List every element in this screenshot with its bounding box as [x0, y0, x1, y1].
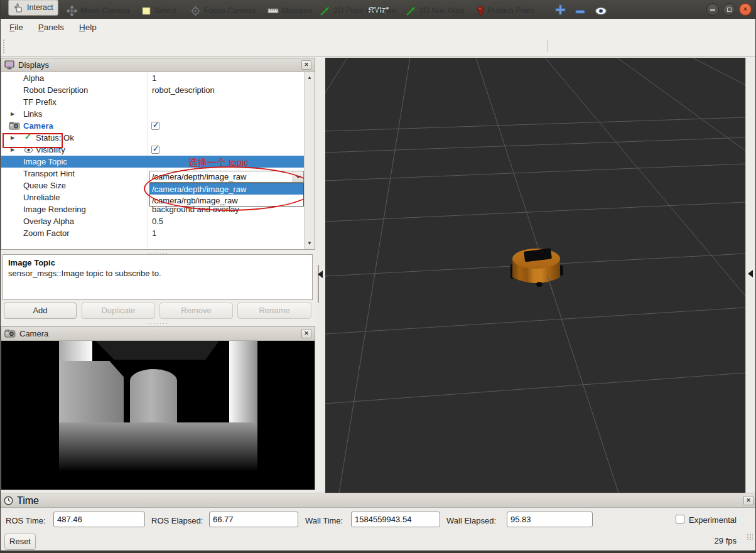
description-text: sensor_msgs::Image topic to subscribe to…	[8, 269, 307, 278]
ros-time-input[interactable]: 487.46	[53, 512, 145, 527]
scroll-up-icon[interactable]	[305, 73, 315, 83]
menu-panels[interactable]: Panels	[32, 20, 70, 35]
camera-depth-image	[1, 341, 315, 490]
depth-right-column	[229, 341, 257, 422]
tree-row-visibility[interactable]: Visibility	[1, 144, 304, 156]
tool-zoom-in[interactable]	[554, 1, 566, 18]
camera-enabled-checkbox[interactable]	[151, 122, 159, 130]
toolbar-drag-handle[interactable]	[3, 39, 5, 54]
camera-panel: Camera	[1, 326, 315, 490]
wall-elapsed-label: Wall Elapsed:	[446, 516, 496, 525]
tool-interact[interactable]: Interact	[8, 0, 58, 16]
wall-elapsed-input[interactable]: 95.83	[507, 512, 593, 527]
clock-icon	[4, 496, 13, 505]
row-label: Unreliable	[23, 193, 60, 202]
expander-icon[interactable]	[11, 111, 14, 117]
time-close-button[interactable]	[743, 496, 753, 505]
maximize-icon	[727, 8, 732, 12]
scroll-down-icon[interactable]	[305, 239, 315, 249]
tree-row-robot-description[interactable]: Robot Description robot_description	[1, 84, 304, 96]
collapse-left-arrow-icon[interactable]	[318, 271, 323, 278]
collapse-right-arrow-icon[interactable]	[748, 270, 753, 277]
camera-icon	[4, 330, 16, 338]
minus-icon	[575, 9, 586, 15]
rename-button[interactable]: Rename	[237, 303, 311, 319]
map-pin-icon	[477, 6, 485, 16]
displays-tree: Alpha 1 Robot Description robot_descript…	[1, 72, 304, 249]
displays-panel-header[interactable]: Displays	[1, 58, 315, 72]
camera-icon	[9, 122, 20, 130]
row-value[interactable]: 0.5	[152, 217, 163, 226]
tool-label: Measure	[282, 6, 313, 15]
minimize-icon	[710, 9, 715, 11]
camera-panel-header[interactable]: Camera	[1, 327, 315, 341]
rviz-window: RViz* × File Panels Help Interact	[0, 0, 756, 553]
resize-grip[interactable]	[747, 534, 753, 540]
tree-row-zoom-factor[interactable]: Zoom Factor 1	[1, 227, 304, 239]
wall-time-label: Wall Time:	[305, 516, 343, 525]
menu-help[interactable]: Help	[73, 20, 103, 35]
dropdown-option-rgb[interactable]: /camera/rgb/image_raw	[150, 195, 303, 206]
render-viewport-3d[interactable]	[325, 58, 745, 493]
menu-file[interactable]: File	[3, 20, 30, 35]
time-panel-header[interactable]: Time	[1, 494, 756, 508]
property-description-box: Image Topic sensor_msgs::Image topic to …	[3, 254, 313, 300]
depth-far-wall	[95, 341, 219, 360]
depth-cylinder	[130, 369, 177, 422]
expander-icon[interactable]	[11, 147, 14, 153]
tree-row-camera[interactable]: Camera	[1, 120, 304, 132]
dropdown-option-depth[interactable]: /camera/depth/image_raw	[150, 183, 303, 195]
displays-close-button[interactable]	[301, 60, 311, 70]
displays-panel: Displays Alpha 1 Robot Description robot…	[1, 58, 315, 250]
maximize-button[interactable]	[723, 3, 735, 16]
expander-icon[interactable]	[11, 135, 14, 141]
tree-row-tf-prefix[interactable]: TF Prefix	[1, 96, 304, 108]
eye-icon	[24, 147, 33, 153]
depth-left-block	[59, 361, 124, 422]
splitter-handle[interactable]	[1, 320, 315, 326]
depth-floor	[59, 422, 257, 471]
add-button[interactable]: Add	[4, 303, 77, 319]
ros-elapsed-input[interactable]: 66.77	[209, 512, 298, 527]
tool-2d-pose-estimate[interactable]: 2D Pose Estimate	[320, 3, 396, 19]
robot-caster	[536, 282, 543, 287]
reset-button[interactable]: Reset	[4, 534, 36, 550]
ros-time-label: ROS Time:	[6, 516, 46, 525]
wall-time-input[interactable]: 1584559943.54	[351, 512, 440, 527]
tool-zoom-out[interactable]	[575, 4, 586, 20]
description-title: Image Topic	[8, 258, 307, 267]
tool-measure[interactable]: Measure	[267, 3, 313, 19]
row-label: Transport Hint	[23, 169, 75, 178]
row-value[interactable]: 1	[152, 73, 156, 83]
tool-select[interactable]: Select	[141, 3, 176, 19]
tool-label: Move Camera	[80, 6, 130, 15]
tree-row-links[interactable]: Links	[1, 108, 304, 120]
tree-row-alpha[interactable]: Alpha 1	[1, 72, 304, 84]
row-value[interactable]: robot_description	[152, 85, 215, 95]
row-label: Robot Description	[23, 85, 88, 95]
tree-scrollbar[interactable]	[304, 72, 315, 249]
tool-publish-point[interactable]: Publish Point	[477, 3, 534, 19]
plus-icon	[554, 4, 566, 16]
row-value[interactable]: 1	[152, 228, 156, 238]
tree-row-status[interactable]: Status: Ok	[1, 132, 304, 144]
move-arrows-icon	[67, 6, 77, 16]
row-label: Image Topic	[23, 157, 67, 166]
minimize-button[interactable]	[706, 3, 719, 16]
monitor-icon	[4, 60, 14, 70]
tree-row-image-topic[interactable]: Image Topic	[1, 156, 304, 168]
tree-row-overlay-alpha[interactable]: Overlay Alpha 0.5	[1, 215, 304, 227]
remove-button[interactable]: Remove	[159, 303, 233, 319]
tool-2d-nav-goal[interactable]: 2D Nav Goal	[406, 3, 465, 19]
camera-close-button[interactable]	[301, 329, 311, 338]
tool-move-camera[interactable]: Move Camera	[67, 3, 130, 19]
status-ok-icon	[24, 132, 31, 141]
duplicate-button[interactable]: Duplicate	[82, 303, 155, 319]
close-button[interactable]: ×	[739, 3, 752, 16]
combobox-dropdown-button[interactable]	[293, 171, 303, 182]
tool-visibility[interactable]	[595, 3, 607, 19]
experimental-checkbox[interactable]	[676, 515, 684, 523]
tool-focus-camera[interactable]: Focus Camera	[190, 3, 256, 19]
image-topic-combobox[interactable]: /camera/depth/image_raw	[149, 171, 304, 183]
visibility-checkbox[interactable]	[151, 146, 159, 154]
